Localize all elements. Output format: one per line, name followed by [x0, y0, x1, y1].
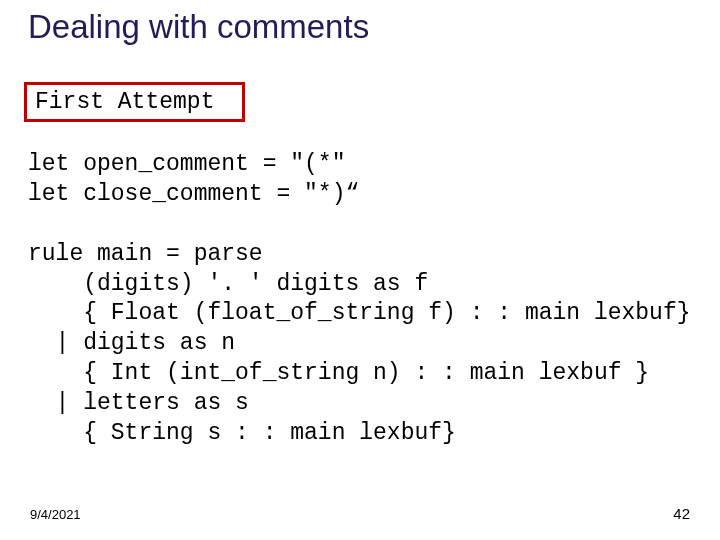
footer-date: 9/4/2021: [30, 507, 81, 522]
footer-page-number: 42: [673, 505, 690, 522]
slide-title: Dealing with comments: [28, 8, 369, 46]
attempt-label: First Attempt: [35, 89, 214, 115]
slide: Dealing with comments First Attempt let …: [0, 0, 720, 540]
attempt-box: First Attempt: [24, 82, 245, 122]
code-block: let open_comment = "(*" let close_commen…: [28, 150, 691, 449]
